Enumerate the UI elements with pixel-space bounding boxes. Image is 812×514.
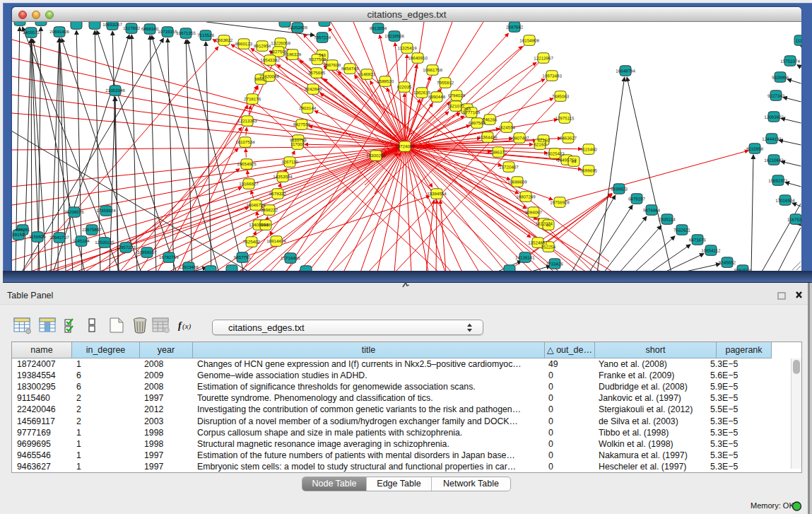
svg-text:12213967: 12213967 [534,55,553,60]
svg-text:9384554: 9384554 [734,268,752,271]
svg-text:19654925: 19654925 [237,161,257,166]
svg-text:8960123: 8960123 [235,41,253,46]
svg-text:822035: 822035 [397,84,412,89]
svg-text:20691406: 20691406 [49,29,69,34]
svg-text:12942737: 12942737 [49,235,69,240]
svg-text:19218506: 19218506 [384,33,404,38]
svg-text:14136141: 14136141 [515,255,535,259]
svg-text:9245652: 9245652 [719,260,736,265]
svg-text:15716485: 15716485 [281,255,300,260]
svg-text:9948: 9948 [261,222,271,227]
svg-text:64: 64 [572,158,577,163]
svg-text:7485063: 7485063 [552,93,570,98]
svg-text:8471676: 8471676 [689,238,707,243]
svg-text:6466160: 6466160 [141,26,159,31]
svg-text:7515526: 7515526 [197,33,215,37]
svg-text:117001: 117001 [290,141,305,146]
svg-text:6497568: 6497568 [469,120,486,125]
svg-text:7357224: 7357224 [314,35,331,40]
svg-text:12093822: 12093822 [764,115,784,119]
svg-text:9329966: 9329966 [772,75,789,80]
svg-text:13226058: 13226058 [271,40,290,45]
svg-text:16107534: 16107534 [235,139,255,144]
svg-text:10961758: 10961758 [423,67,442,72]
svg-text:1588520: 1588520 [377,78,394,83]
svg-text:10973493: 10973493 [542,73,562,78]
svg-text:6794028: 6794028 [448,93,466,98]
svg-text:10958107: 10958107 [137,250,157,255]
svg-text:8454749: 8454749 [341,66,359,71]
svg-text:10671355: 10671355 [176,30,196,35]
svg-text:21364436: 21364436 [478,134,498,139]
svg-text:14353594: 14353594 [273,174,293,179]
svg-text:18724007: 18724007 [395,144,415,148]
svg-text:7386372: 7386372 [490,149,507,154]
svg-text:(x): (x) [182,322,192,331]
svg-text:16046736: 16046736 [246,202,266,207]
svg-text:2867608: 2867608 [324,62,341,67]
svg-text:3498222: 3498222 [261,207,278,212]
svg-text:9115460: 9115460 [580,146,597,151]
svg-text:15720407: 15720407 [499,164,519,169]
svg-text:8938923: 8938923 [611,187,628,192]
svg-text:12213363: 12213363 [237,118,257,123]
svg-text:16782759: 16782759 [159,255,179,259]
svg-text:9327508: 9327508 [309,57,326,62]
svg-text:16053809: 16053809 [288,25,307,30]
svg-text:18300295: 18300295 [366,153,386,158]
svg-text:16154808: 16154808 [519,37,539,42]
svg-text:23975867: 23975867 [82,227,102,232]
svg-text:1733426: 1733426 [546,261,564,266]
svg-text:17957223: 17957223 [116,245,136,250]
svg-text:9227343: 9227343 [767,93,785,98]
svg-text:8427552: 8427552 [293,122,311,127]
svg-text:21053346: 21053346 [105,88,125,93]
svg-text:18640910: 18640910 [408,55,428,60]
svg-text:1624554: 1624554 [498,124,516,129]
svg-text:18807249: 18807249 [516,194,536,199]
svg-text:7625402: 7625402 [243,239,261,244]
svg-text:10807487: 10807487 [510,135,529,140]
svg-text:9242848: 9242848 [305,86,322,91]
svg-text:1405572: 1405572 [23,30,40,35]
svg-text:62160: 62160 [534,141,546,146]
svg-text:11325419: 11325419 [398,45,418,50]
svg-text:1167531: 1167531 [787,217,801,222]
svg-text:19756928: 19756928 [550,199,570,204]
svg-text:8813054: 8813054 [370,25,387,30]
svg-text:46: 46 [546,222,551,227]
svg-text:252254: 252254 [541,244,556,249]
svg-text:16210643: 16210643 [764,158,784,163]
svg-text:7632621: 7632621 [673,228,691,233]
svg-text:9777169: 9777169 [463,110,481,115]
svg-text:8678332: 8678332 [269,191,287,196]
svg-text:1145194: 1145194 [73,238,90,243]
svg-text:7663822: 7663822 [216,37,233,42]
svg-text:1112: 1112 [796,38,801,43]
svg-text:1621072: 1621072 [447,103,465,108]
svg-text:9474444: 9474444 [643,208,661,213]
svg-text:12444193: 12444193 [762,136,782,141]
svg-text:439081: 439081 [16,227,30,232]
svg-text:8912954: 8912954 [254,43,271,48]
svg-text:10688609: 10688609 [507,179,527,184]
svg-text:20206576: 20206576 [64,209,84,214]
svg-text:17016504: 17016504 [775,198,795,203]
svg-text:10543382: 10543382 [260,57,280,62]
svg-text:6479197: 6479197 [628,197,646,201]
svg-text:16914479: 16914479 [266,238,286,243]
svg-text:8990448: 8990448 [428,94,446,99]
svg-text:7955812: 7955812 [437,80,454,85]
svg-text:8186328: 8186328 [284,52,302,57]
svg-text:39159: 39159 [12,232,25,237]
svg-text:2687682: 2687682 [506,24,524,29]
svg-text:2935114: 2935114 [659,217,676,222]
svg-text:2718176: 2718176 [244,96,261,101]
svg-text:1527602: 1527602 [123,25,141,30]
svg-text:9699695: 9699695 [580,168,598,173]
svg-text:12923468: 12923468 [179,264,199,269]
svg-text:16648784: 16648784 [616,69,635,74]
svg-text:9657791: 9657791 [234,255,252,259]
svg-text:15751074: 15751074 [780,59,800,64]
svg-text:22420046: 22420046 [259,74,279,78]
